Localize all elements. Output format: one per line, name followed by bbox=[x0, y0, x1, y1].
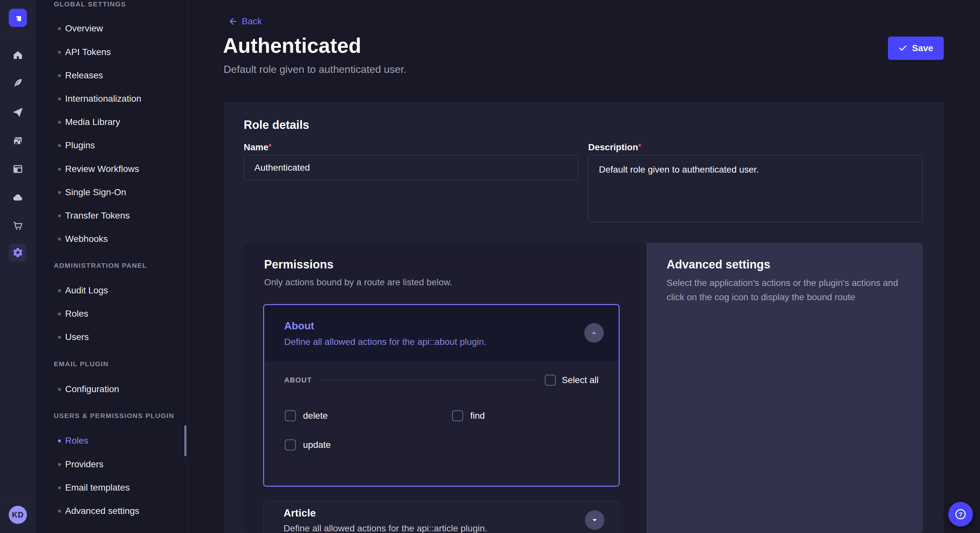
sidebar-item-single-sign-on[interactable]: Single Sign-On bbox=[58, 181, 126, 204]
cloud-icon[interactable] bbox=[0, 187, 36, 208]
save-label: Save bbox=[912, 43, 933, 54]
bullet-dot bbox=[58, 191, 61, 194]
checkbox-label[interactable]: update bbox=[303, 440, 331, 450]
sidebar-item-label: Internationalization bbox=[65, 94, 141, 104]
sidebar-item-label: Audit Logs bbox=[65, 285, 108, 296]
sidebar-item-label: Roles bbox=[65, 309, 89, 319]
sidebar-item-configuration[interactable]: Configuration bbox=[58, 378, 119, 401]
permissions-panel: Permissions Only actions bound by a rout… bbox=[244, 243, 646, 533]
strapi-logo[interactable] bbox=[9, 9, 27, 27]
required-marker: * bbox=[638, 142, 641, 151]
sidebar-item-internationalization[interactable]: Internationalization bbox=[58, 87, 141, 110]
select-all-checkbox[interactable] bbox=[545, 374, 556, 385]
sidebar-item-label: Review Workflows bbox=[65, 164, 139, 174]
sidebar-item-label: Webhooks bbox=[65, 234, 108, 244]
about-accordion-header[interactable]: About Define all allowed actions for the… bbox=[264, 305, 619, 361]
description-label-text: Description bbox=[588, 142, 638, 152]
sidebar-section-global-settings: GLOBAL SETTINGS bbox=[54, 0, 126, 8]
sidebar-item-admin-roles[interactable]: Roles bbox=[58, 302, 89, 325]
media-library-icon[interactable] bbox=[0, 131, 36, 152]
sidebar-item-transfer-tokens[interactable]: Transfer Tokens bbox=[58, 204, 130, 227]
sidebar-scrollbar-thumb[interactable] bbox=[185, 425, 186, 456]
sidebar-item-users[interactable]: Users bbox=[58, 325, 89, 349]
pen-icon[interactable] bbox=[0, 73, 36, 93]
name-label-text: Name bbox=[244, 142, 268, 152]
group-divider-line bbox=[320, 380, 536, 381]
sidebar-item-plugins[interactable]: Plugins bbox=[58, 134, 95, 157]
checkbox-label[interactable]: find bbox=[470, 411, 485, 421]
paper-plane-icon[interactable] bbox=[0, 102, 36, 123]
sidebar-item-releases[interactable]: Releases bbox=[58, 64, 103, 87]
avatar[interactable]: KD bbox=[9, 506, 27, 524]
permissions-subtitle: Only actions bound by a route are listed… bbox=[264, 277, 452, 287]
required-marker: * bbox=[268, 142, 271, 151]
select-all-label[interactable]: Select all bbox=[562, 375, 598, 385]
name-input[interactable] bbox=[244, 155, 578, 180]
sidebar-item-label: Overview bbox=[65, 23, 103, 34]
check-icon bbox=[898, 44, 907, 53]
bullet-dot bbox=[58, 74, 61, 77]
layout-icon[interactable] bbox=[0, 159, 36, 179]
strapi-logo-icon bbox=[13, 13, 23, 23]
about-group-label: ABOUT bbox=[284, 376, 312, 384]
sidebar-item-providers[interactable]: Providers bbox=[58, 453, 103, 476]
sidebar-item-label: Providers bbox=[65, 459, 103, 470]
sidebar-item-email-templates[interactable]: Email templates bbox=[58, 476, 130, 499]
back-link[interactable]: Back bbox=[228, 16, 262, 27]
sidebar-item-overview[interactable]: Overview bbox=[58, 17, 103, 40]
sidebar-item-audit-logs[interactable]: Audit Logs bbox=[58, 279, 108, 302]
permission-checkbox-update[interactable]: update bbox=[285, 438, 331, 451]
rail-divider bbox=[0, 32, 35, 33]
description-field-group: Description* Default role given to authe… bbox=[588, 142, 923, 225]
permission-checkbox-delete[interactable]: delete bbox=[285, 409, 328, 422]
sidebar-item-up-roles[interactable]: Roles bbox=[58, 429, 89, 452]
description-textarea[interactable]: Default role given to authenticated user… bbox=[588, 155, 923, 222]
about-accordion-title: About bbox=[284, 320, 314, 332]
checkbox[interactable] bbox=[285, 410, 296, 421]
chevron-up-icon bbox=[590, 329, 598, 337]
home-icon[interactable] bbox=[0, 45, 36, 65]
about-accordion-body: ABOUT Select all delete find bbox=[264, 361, 619, 487]
main-content: Back Authenticated Default role given to… bbox=[187, 0, 980, 533]
about-accordion-subtitle: Define all allowed actions for the api::… bbox=[284, 337, 487, 347]
bullet-dot bbox=[58, 121, 61, 124]
arrow-left-icon bbox=[228, 16, 238, 26]
sidebar-item-label: Configuration bbox=[65, 384, 119, 394]
expand-toggle-button[interactable] bbox=[585, 510, 605, 530]
help-button[interactable]: ? bbox=[948, 502, 973, 527]
article-accordion[interactable]: Article Define all allowed actions for t… bbox=[263, 501, 620, 533]
sidebar-item-advanced-settings[interactable]: Advanced settings bbox=[58, 499, 139, 523]
sidebar-item-media-library[interactable]: Media Library bbox=[58, 110, 120, 134]
bullet-dot bbox=[58, 439, 61, 443]
cart-icon[interactable] bbox=[0, 215, 36, 236]
bullet-dot bbox=[58, 336, 61, 339]
checkbox[interactable] bbox=[452, 410, 463, 421]
sidebar-item-review-workflows[interactable]: Review Workflows bbox=[58, 157, 139, 181]
about-accordion: About Define all allowed actions for the… bbox=[263, 304, 620, 487]
checkbox[interactable] bbox=[285, 439, 296, 451]
main-nav-rail: KD bbox=[0, 0, 36, 533]
article-accordion-title: Article bbox=[283, 507, 316, 519]
sidebar-item-api-tokens[interactable]: API Tokens bbox=[58, 40, 111, 64]
about-group-row: ABOUT Select all bbox=[284, 374, 598, 387]
rail-bottom-divider bbox=[0, 499, 35, 499]
bullet-dot bbox=[58, 510, 61, 512]
collapse-toggle-button[interactable] bbox=[584, 323, 604, 343]
bullet-dot bbox=[58, 313, 61, 316]
settings-sidebar: GLOBAL SETTINGS Overview API Tokens Rele… bbox=[36, 0, 187, 533]
sidebar-section-administration-panel: ADMINISTRATION PANEL bbox=[54, 261, 147, 270]
settings-gear-icon[interactable] bbox=[9, 244, 27, 262]
sidebar-item-label: API Tokens bbox=[65, 47, 111, 57]
permission-checkbox-find[interactable]: find bbox=[452, 409, 485, 422]
sidebar-item-label: Email templates bbox=[65, 482, 130, 493]
permissions-title: Permissions bbox=[264, 258, 334, 271]
sidebar-item-label: Releases bbox=[65, 70, 103, 81]
question-mark-icon: ? bbox=[954, 508, 967, 521]
sidebar-item-webhooks[interactable]: Webhooks bbox=[58, 227, 108, 251]
bullet-dot bbox=[58, 144, 61, 147]
sidebar-item-label: Users bbox=[65, 332, 89, 342]
description-label: Description* bbox=[588, 142, 923, 152]
checkbox-label[interactable]: delete bbox=[303, 411, 328, 421]
save-button[interactable]: Save bbox=[888, 36, 944, 60]
page-title: Authenticated bbox=[223, 34, 361, 58]
